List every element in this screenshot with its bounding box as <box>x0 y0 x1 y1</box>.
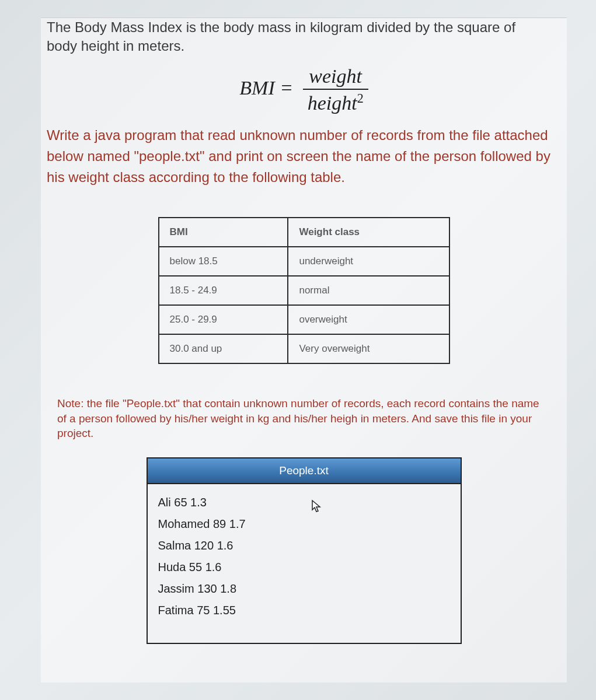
formula-lhs: BMI <box>239 77 274 99</box>
table-cell: Very overweight <box>288 334 449 363</box>
table-cell: overweight <box>288 305 449 334</box>
bmi-formula: BMI = weight height2 <box>41 65 567 114</box>
table-cell: normal <box>288 276 449 305</box>
table-cell: 18.5 - 24.9 <box>159 276 288 305</box>
cursor-icon <box>311 499 323 517</box>
file-line: Jassim 130 1.8 <box>158 582 450 596</box>
file-attachment: People.txt Ali 65 1.3 Mohamed 89 1.7 Sal… <box>147 457 462 644</box>
file-line: Mohamed 89 1.7 <box>158 517 450 531</box>
table-cell: 30.0 and up <box>159 334 288 363</box>
formula-den-exp: 2 <box>357 91 364 106</box>
table-header-class: Weight class <box>288 218 449 247</box>
file-body: Ali 65 1.3 Mohamed 89 1.7 Salma 120 1.6 … <box>148 484 461 643</box>
prompt-text: Write a java program that read unknown n… <box>41 125 567 188</box>
table-row: 18.5 - 24.9 normal <box>159 276 449 305</box>
table-cell: 25.0 - 29.9 <box>159 305 288 334</box>
formula-eq: = <box>280 77 293 99</box>
file-line: Fatima 75 1.55 <box>158 604 450 617</box>
table-header-bmi: BMI <box>159 218 288 247</box>
table-row: 25.0 - 29.9 overweight <box>159 305 449 334</box>
formula-fraction: weight height2 <box>303 65 368 114</box>
formula-numerator: weight <box>303 65 368 90</box>
table-row: below 18.5 underweight <box>159 247 449 276</box>
file-line: Salma 120 1.6 <box>158 539 450 552</box>
formula-denominator: height2 <box>303 90 368 114</box>
file-line: Huda 55 1.6 <box>158 561 450 574</box>
intro-text: The Body Mass Index is the body mass in … <box>41 18 567 61</box>
formula-den-base: height <box>308 92 357 114</box>
bmi-table: BMI Weight class below 18.5 underweight … <box>158 217 450 364</box>
file-title: People.txt <box>148 459 461 484</box>
file-line: Ali 65 1.3 <box>158 496 450 509</box>
note-text: Note: the file "People.txt" that contain… <box>41 396 567 441</box>
table-cell: below 18.5 <box>159 247 288 276</box>
document-page: The Body Mass Index is the body mass in … <box>41 18 567 682</box>
table-cell: underweight <box>288 247 449 276</box>
table-header-row: BMI Weight class <box>159 218 449 247</box>
table-row: 30.0 and up Very overweight <box>159 334 449 363</box>
